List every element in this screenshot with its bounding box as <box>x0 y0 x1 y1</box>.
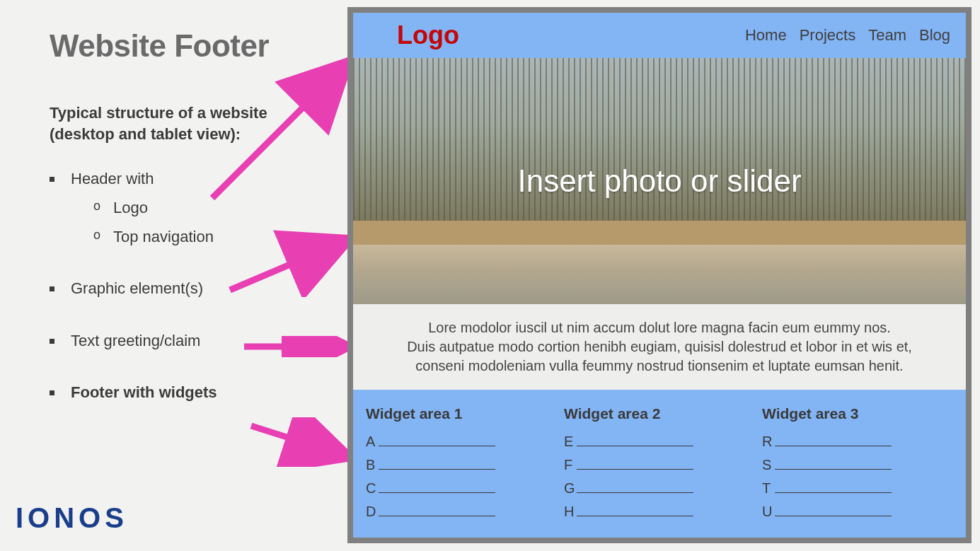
mock-hero: Insert photo or slider <box>353 58 966 304</box>
bullet-greeting: Text greeting/claim <box>50 331 333 352</box>
blank-line-icon <box>577 456 693 470</box>
nav-item-home[interactable]: Home <box>745 26 787 45</box>
blank-line-icon <box>379 502 495 516</box>
mock-header: Logo Home Projects Team Blog <box>353 13 966 58</box>
list-item: S <box>762 456 953 473</box>
greeting-line-2: Duis autpatue modo cortion henibh eugiam… <box>381 337 938 356</box>
bullet-graphic: Graphic element(s) <box>50 279 333 299</box>
widget-3-title: Widget area 3 <box>762 405 953 422</box>
mock-logo: Logo <box>397 21 459 50</box>
nav-item-blog[interactable]: Blog <box>919 26 950 45</box>
list-item: C <box>366 479 557 497</box>
list-item: U <box>762 502 953 520</box>
blank-line-icon <box>577 432 693 446</box>
blank-line-icon <box>577 502 693 516</box>
widget-2-title: Widget area 2 <box>564 405 755 422</box>
blank-line-icon <box>379 479 495 493</box>
greeting-line-1: Lore modolor iuscil ut nim accum dolut l… <box>381 318 938 337</box>
nav-item-projects[interactable]: Projects <box>800 26 855 45</box>
widget-area-2: Widget area 2 E F G H <box>564 405 755 530</box>
page-title: Website Footer <box>50 28 333 64</box>
blank-line-icon <box>775 479 892 493</box>
list-item: R <box>762 432 953 450</box>
hero-placeholder-text: Insert photo or slider <box>517 163 801 199</box>
widget-1-title: Widget area 1 <box>366 405 557 422</box>
list-item: A <box>366 432 557 450</box>
mock-greeting: Lore modolor iuscil ut nim accum dolut l… <box>353 304 966 390</box>
nav-item-team[interactable]: Team <box>868 26 906 45</box>
list-item: G <box>564 479 755 497</box>
mock-top-nav: Home Projects Team Blog <box>745 26 950 45</box>
ionos-brand: IONOS <box>16 502 128 534</box>
bullet-header-sub-logo: Logo <box>71 198 333 219</box>
blank-line-icon <box>379 432 495 446</box>
hero-water-icon <box>353 245 966 304</box>
explanation-column: Website Footer Typical structure of a we… <box>50 28 333 435</box>
blank-line-icon <box>775 432 892 446</box>
greeting-line-3: conseni modoleniam vulla feummy nostrud … <box>381 356 938 376</box>
list-item: B <box>366 456 557 473</box>
list-item: H <box>564 502 755 520</box>
widget-area-3: Widget area 3 R S T U <box>762 405 953 530</box>
subtitle: Typical structure of a website (desktop … <box>50 103 333 144</box>
list-item: E <box>564 432 755 450</box>
widget-area-1: Widget area 1 A B C D <box>366 405 557 530</box>
blank-line-icon <box>775 456 892 470</box>
mock-footer: Widget area 1 A B C D Widget area 2 E F … <box>353 390 966 538</box>
bullet-header-label: Header with <box>71 170 154 187</box>
blank-line-icon <box>577 479 693 493</box>
bullet-footer: Footer with widgets <box>50 383 333 403</box>
list-item: D <box>366 502 557 520</box>
blank-line-icon <box>379 456 495 470</box>
list-item: F <box>564 456 755 473</box>
bullet-header-sub-nav: Top navigation <box>71 227 333 248</box>
list-item: T <box>762 479 953 497</box>
bullet-header: Header with Logo Top navigation <box>50 169 333 247</box>
mock-website: Logo Home Projects Team Blog Insert phot… <box>347 7 972 543</box>
blank-line-icon <box>775 502 892 516</box>
